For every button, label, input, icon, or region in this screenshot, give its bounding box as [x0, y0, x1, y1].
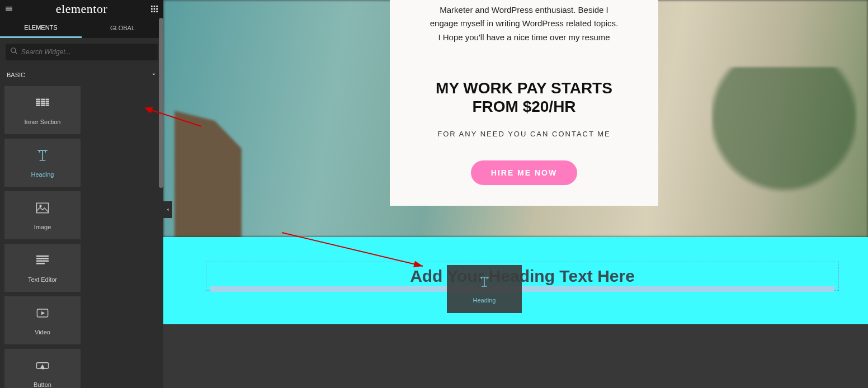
svg-rect-7: [154, 11, 155, 12]
widgets-grid: Inner Section Heading Image Text Editor …: [0, 84, 163, 388]
svg-rect-3: [151, 8, 153, 10]
svg-rect-26: [37, 263, 45, 264]
hire-me-button[interactable]: HIRE ME NOW: [471, 160, 577, 185]
drag-ghost-heading: Heading: [447, 265, 522, 313]
svg-rect-15: [41, 103, 45, 104]
chevron-down-icon: [151, 72, 157, 78]
svg-rect-1: [154, 6, 155, 7]
panel-header: elementor: [0, 0, 163, 18]
intro-line: Marketer and WordPress enthusiast. Besid…: [440, 5, 608, 15]
widget-label: Video: [35, 329, 50, 335]
bg-shape: [174, 111, 242, 237]
svg-rect-6: [151, 11, 153, 12]
widget-button[interactable]: Button: [4, 349, 81, 388]
intro-line: I Hope you'll have a nice time over my r…: [438, 32, 610, 42]
svg-rect-8: [156, 11, 158, 12]
category-basic[interactable]: BASIC: [0, 66, 163, 84]
widget-video[interactable]: Video: [4, 296, 81, 344]
tab-elements[interactable]: ELEMENTS: [0, 18, 82, 38]
widget-heading[interactable]: Heading: [4, 139, 81, 187]
headline[interactable]: MY WORK PAY STARTS FROM $20/HR: [407, 79, 641, 116]
panel-scrollbar[interactable]: [159, 18, 163, 188]
search-input[interactable]: [21, 48, 153, 56]
headline-line: FROM $20/HR: [472, 98, 575, 115]
widget-inner-section[interactable]: Inner Section: [4, 86, 81, 134]
svg-rect-25: [37, 261, 49, 262]
text-icon: [35, 253, 50, 271]
image-icon: [35, 200, 50, 218]
intro-text[interactable]: Marketer and WordPress enthusiast. Besid…: [407, 3, 641, 44]
svg-rect-10: [36, 101, 40, 102]
svg-rect-2: [156, 6, 158, 7]
svg-rect-19: [46, 103, 49, 104]
drag-ghost-label: Heading: [473, 297, 496, 304]
svg-rect-4: [154, 8, 155, 10]
widget-label: Button: [34, 381, 51, 388]
search-wrap: [0, 38, 163, 66]
panel-tabs: ELEMENTS GLOBAL: [0, 18, 163, 38]
svg-rect-23: [37, 255, 49, 257]
heading-icon: [35, 148, 50, 165]
search-icon: [10, 47, 21, 57]
button-icon: [35, 358, 50, 376]
svg-rect-18: [46, 101, 49, 102]
widget-label: Text Editor: [28, 276, 57, 283]
drop-highlight: [210, 286, 834, 292]
columns-icon: [35, 95, 50, 113]
svg-rect-17: [46, 99, 49, 100]
svg-rect-24: [37, 258, 49, 259]
widget-label: Inner Section: [25, 119, 61, 125]
menu-icon[interactable]: [4, 4, 13, 13]
widget-label: Image: [34, 224, 51, 230]
headline-line: MY WORK PAY STARTS: [436, 79, 612, 97]
collapse-panel-button[interactable]: [163, 201, 172, 218]
svg-rect-12: [36, 105, 40, 106]
placeholder-heading[interactable]: Add Your Heading Text Here: [410, 267, 635, 286]
svg-rect-16: [41, 105, 45, 106]
widget-image[interactable]: Image: [4, 191, 81, 239]
footer-section[interactable]: [163, 324, 868, 388]
svg-rect-21: [37, 203, 49, 213]
search-container: [6, 44, 158, 60]
hero-card[interactable]: Marketer and WordPress enthusiast. Besid…: [390, 0, 658, 206]
svg-rect-5: [156, 8, 158, 10]
bg-shape: [711, 67, 857, 235]
svg-rect-11: [36, 103, 40, 104]
subheadline[interactable]: FOR ANY NEED YOU CAN CONTACT ME: [407, 130, 641, 138]
video-icon: [35, 305, 50, 323]
svg-rect-9: [36, 99, 40, 100]
heading-icon: [477, 275, 492, 291]
editor-canvas[interactable]: Marketer and WordPress enthusiast. Besid…: [163, 0, 868, 388]
svg-rect-13: [41, 99, 45, 100]
widget-text-editor[interactable]: Text Editor: [4, 244, 81, 292]
tab-global[interactable]: GLOBAL: [82, 18, 163, 38]
svg-rect-14: [41, 101, 45, 102]
category-basic-label: BASIC: [7, 72, 25, 78]
brand-logo: elementor: [56, 2, 107, 16]
intro-line: engage myself in writing WordPress relat…: [430, 18, 619, 28]
widget-label: Heading: [31, 171, 54, 178]
elements-panel: elementor ELEMENTS GLOBAL BASIC Inner Se…: [0, 0, 163, 388]
svg-rect-0: [151, 6, 153, 7]
apps-icon[interactable]: [150, 4, 159, 13]
svg-point-22: [40, 205, 42, 207]
svg-rect-20: [46, 105, 49, 106]
